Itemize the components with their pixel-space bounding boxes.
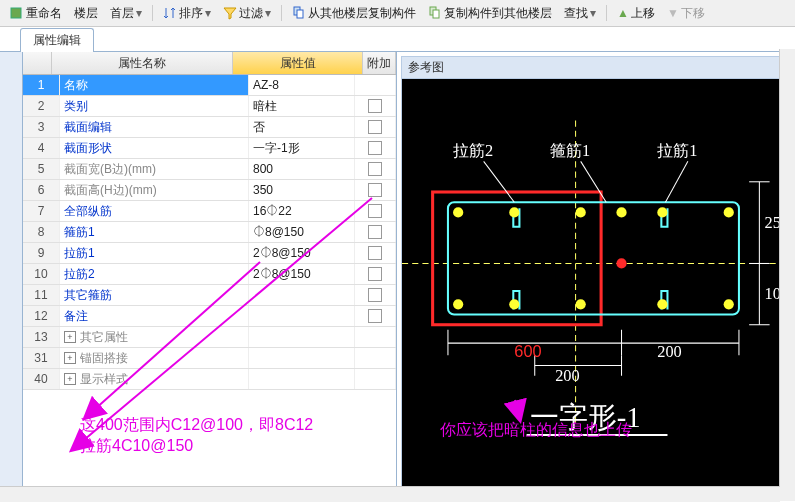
property-value-cell[interactable] [249, 327, 355, 347]
table-row[interactable]: 40+显示样式 [23, 369, 396, 390]
property-name-cell[interactable]: 名称 [60, 75, 249, 95]
table-row[interactable]: 13+其它属性 [23, 327, 396, 348]
property-name-cell[interactable]: 截面形状 [60, 138, 249, 158]
property-value-cell[interactable]: 暗柱 [249, 96, 355, 116]
svg-point-17 [576, 299, 586, 309]
addon-checkbox[interactable] [368, 120, 382, 134]
table-row[interactable]: 5截面宽(B边)(mm)800 [23, 159, 396, 180]
property-name-cell[interactable]: 类别 [60, 96, 249, 116]
copy-to-button[interactable]: 复制构件到其他楼层 [424, 5, 556, 22]
addon-cell[interactable] [355, 138, 396, 158]
find-dropdown[interactable]: 查找 ▾ [560, 5, 600, 22]
property-value-cell[interactable]: 一字-1形 [249, 138, 355, 158]
property-name-cell[interactable]: 截面宽(B边)(mm) [60, 159, 249, 179]
table-row[interactable]: 2类别暗柱 [23, 96, 396, 117]
addon-cell[interactable] [355, 369, 396, 389]
addon-cell[interactable] [355, 75, 396, 95]
dim-200b: 200 [555, 366, 580, 385]
addon-checkbox[interactable] [368, 309, 382, 323]
property-value-cell[interactable]: 2⏀8@150 [249, 243, 355, 263]
property-name-cell[interactable]: 截面编辑 [60, 117, 249, 137]
tab-property-edit[interactable]: 属性编辑 [20, 28, 94, 52]
expand-icon[interactable]: + [64, 331, 76, 343]
diagram-canvas[interactable]: 拉筋2 箍筋1 拉筋1 250 100 200 200 600 一字形-1 [402, 79, 790, 499]
grid-header-name[interactable]: 属性名称 [52, 52, 233, 74]
addon-checkbox[interactable] [368, 288, 382, 302]
addon-checkbox[interactable] [368, 141, 382, 155]
rename-button[interactable]: 重命名 [6, 5, 66, 22]
move-up-button[interactable]: ▲上移 [613, 5, 659, 22]
property-name-cell[interactable]: +显示样式 [60, 369, 249, 389]
table-row[interactable]: 6截面高(H边)(mm)350 [23, 180, 396, 201]
addon-checkbox[interactable] [368, 204, 382, 218]
addon-cell[interactable] [355, 201, 396, 221]
scrollbar-horizontal[interactable] [0, 486, 780, 502]
left-gutter [0, 52, 23, 502]
property-name-cell[interactable]: +其它属性 [60, 327, 249, 347]
table-row[interactable]: 3截面编辑否 [23, 117, 396, 138]
property-value-cell[interactable] [249, 348, 355, 368]
property-value-cell[interactable] [249, 285, 355, 305]
property-name-cell[interactable]: 拉筋2 [60, 264, 249, 284]
addon-cell[interactable] [355, 180, 396, 200]
home-floor-dropdown[interactable]: 首层 ▾ [106, 5, 146, 22]
addon-cell[interactable] [355, 264, 396, 284]
table-row[interactable]: 9拉筋12⏀8@150 [23, 243, 396, 264]
property-name-cell[interactable]: 其它箍筋 [60, 285, 249, 305]
copy-to-icon [428, 6, 442, 20]
addon-checkbox[interactable] [368, 99, 382, 113]
svg-rect-4 [433, 10, 439, 18]
expand-icon[interactable]: + [64, 373, 76, 385]
property-value-cell[interactable]: AZ-8 [249, 75, 355, 95]
filter-dropdown[interactable]: 过滤 ▾ [219, 5, 275, 22]
addon-cell[interactable] [355, 348, 396, 368]
svg-rect-8 [448, 202, 739, 314]
addon-checkbox[interactable] [368, 183, 382, 197]
table-row[interactable]: 10拉筋22⏀8@150 [23, 264, 396, 285]
copy-from-button[interactable]: 从其他楼层复制构件 [288, 5, 420, 22]
property-value-cell[interactable] [249, 369, 355, 389]
floor-dropdown[interactable]: 楼层 [70, 5, 102, 22]
table-row[interactable]: 4截面形状一字-1形 [23, 138, 396, 159]
addon-checkbox[interactable] [368, 246, 382, 260]
property-value-cell[interactable] [249, 306, 355, 326]
table-row[interactable]: 31+锚固搭接 [23, 348, 396, 369]
property-value-cell[interactable]: 16⏀22 [249, 201, 355, 221]
sort-dropdown[interactable]: 排序 ▾ [159, 5, 215, 22]
property-value-cell[interactable]: 2⏀8@150 [249, 264, 355, 284]
expand-icon[interactable]: + [64, 352, 76, 364]
property-name-cell[interactable]: 全部纵筋 [60, 201, 249, 221]
table-row[interactable]: 7全部纵筋16⏀22 [23, 201, 396, 222]
property-value-cell[interactable]: ⏀8@150 [249, 222, 355, 242]
property-name-cell[interactable]: 箍筋1 [60, 222, 249, 242]
scrollbar-vertical[interactable] [779, 49, 795, 501]
addon-cell[interactable] [355, 159, 396, 179]
property-name-cell[interactable]: 截面高(H边)(mm) [60, 180, 249, 200]
addon-cell[interactable] [355, 117, 396, 137]
addon-cell[interactable] [355, 96, 396, 116]
addon-cell[interactable] [355, 306, 396, 326]
grid-header-addon[interactable]: 附加 [363, 52, 396, 74]
property-value-cell[interactable]: 否 [249, 117, 355, 137]
grid-header-rownum[interactable] [23, 52, 52, 74]
addon-cell[interactable] [355, 285, 396, 305]
addon-cell[interactable] [355, 327, 396, 347]
move-down-button[interactable]: ▼下移 [663, 5, 709, 22]
grid-body[interactable]: 1名称AZ-82类别暗柱3截面编辑否4截面形状一字-1形5截面宽(B边)(mm)… [23, 75, 396, 390]
addon-checkbox[interactable] [368, 162, 382, 176]
property-value-cell[interactable]: 800 [249, 159, 355, 179]
addon-checkbox[interactable] [368, 225, 382, 239]
table-row[interactable]: 11其它箍筋 [23, 285, 396, 306]
table-row[interactable]: 1名称AZ-8 [23, 75, 396, 96]
grid-header-value[interactable]: 属性值 [233, 52, 363, 74]
addon-checkbox[interactable] [368, 267, 382, 281]
row-number: 9 [23, 243, 60, 263]
property-name-cell[interactable]: 拉筋1 [60, 243, 249, 263]
addon-cell[interactable] [355, 222, 396, 242]
property-name-cell[interactable]: +锚固搭接 [60, 348, 249, 368]
addon-cell[interactable] [355, 243, 396, 263]
property-value-cell[interactable]: 350 [249, 180, 355, 200]
property-name-cell[interactable]: 备注 [60, 306, 249, 326]
table-row[interactable]: 12备注 [23, 306, 396, 327]
table-row[interactable]: 8箍筋1⏀8@150 [23, 222, 396, 243]
